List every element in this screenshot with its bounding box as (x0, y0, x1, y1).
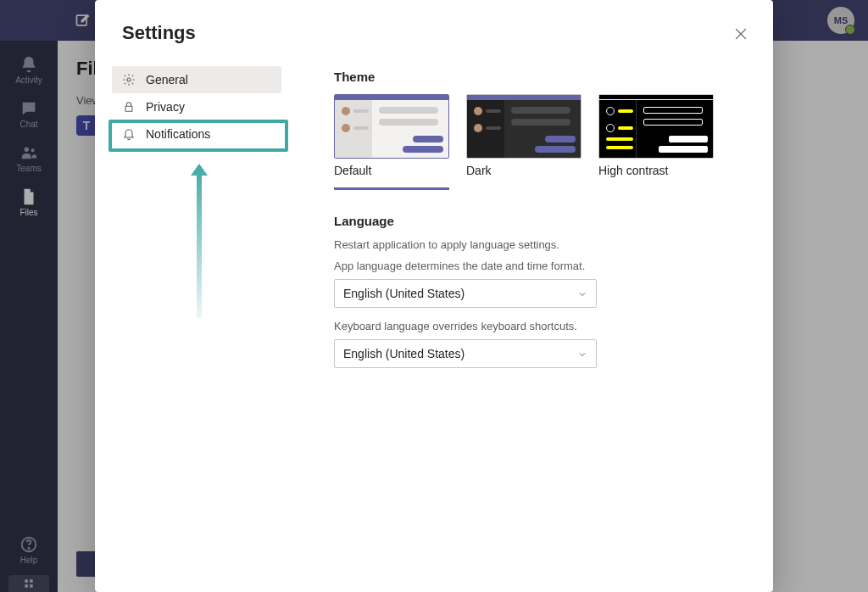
svg-point-11 (127, 78, 131, 81)
theme-label: High contrast (598, 164, 714, 177)
nav-label: Notifications (146, 127, 210, 141)
theme-thumbnail-high-contrast (598, 94, 714, 159)
app-language-dropdown[interactable]: English (United States) (334, 279, 597, 308)
theme-option-default[interactable]: Default (334, 94, 449, 190)
language-restart-hint: Restart application to apply language se… (334, 238, 746, 251)
theme-label: Default (334, 164, 449, 177)
dropdown-value: English (United States) (343, 287, 465, 300)
svg-rect-12 (125, 106, 132, 111)
theme-label: Dark (466, 164, 581, 177)
dropdown-value: English (United States) (343, 347, 465, 360)
theme-heading: Theme (334, 70, 746, 84)
nav-item-notifications[interactable]: Notifications (112, 120, 281, 148)
theme-thumbnail-default (334, 94, 449, 159)
settings-nav: General Privacy Notifications (112, 66, 281, 148)
chevron-down-icon (577, 288, 587, 299)
theme-thumbnail-dark (466, 94, 581, 159)
nav-label: General (146, 73, 188, 87)
app-language-description: App language determines the date and tim… (334, 260, 746, 272)
keyboard-language-description: Keyboard language overrides keyboard sho… (334, 320, 746, 332)
nav-item-privacy[interactable]: Privacy (112, 93, 281, 120)
settings-modal: Settings General Privacy Notifications (95, 0, 773, 592)
theme-options: Default Dark (334, 94, 746, 190)
chevron-down-icon (577, 349, 587, 359)
nav-label: Privacy (146, 100, 185, 114)
close-button[interactable] (732, 25, 749, 42)
bell-outline-icon (122, 127, 136, 141)
language-heading: Language (334, 214, 746, 228)
gear-icon (122, 73, 136, 87)
modal-title: Settings (122, 22, 196, 44)
keyboard-language-dropdown[interactable]: English (United States) (334, 339, 597, 368)
annotation-arrow-icon (184, 157, 214, 327)
theme-option-dark[interactable]: Dark (466, 94, 581, 190)
nav-item-general[interactable]: General (112, 66, 281, 93)
settings-content: Theme Default (334, 70, 746, 380)
theme-option-high-contrast[interactable]: High contrast (598, 94, 714, 190)
lock-icon (122, 100, 136, 114)
